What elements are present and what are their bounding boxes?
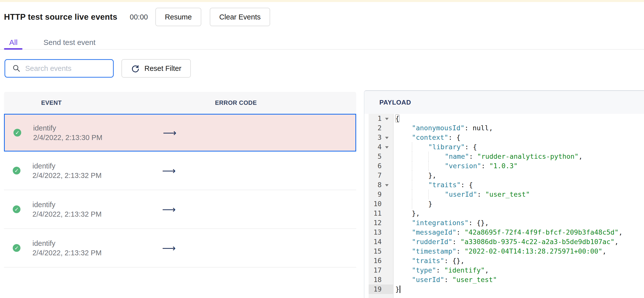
fold-arrow-icon[interactable] [385,184,388,186]
json-punctuation: , [578,152,582,160]
line-number: 9 [369,190,393,199]
line-number: 16 [369,256,393,265]
code-line: "messageId": "42a8695f-72f4-4f9f-bfcf-20… [394,228,644,237]
table-header: EVENT ERROR CODE [4,92,356,114]
json-key: "integrations" [412,219,469,227]
table-body: ✓identify2/4/2022, 2:13:30 PM⟶✓identify2… [4,114,356,267]
fold-arrow-icon[interactable] [385,118,388,120]
clear-events-button[interactable]: Clear Events [210,8,270,26]
line-number: 17 [369,265,393,275]
json-punctuation: : { [448,134,460,141]
json-string: "a33086db-9375-4c22-a2a3-b5de9db107ac" [460,238,614,246]
code-line: "traits": { [394,180,644,190]
json-string: "42a8695f-72f4-4f9f-bfcf-209b3fa48c5d" [464,228,618,236]
code-line: "rudderId": "a33086db-9375-4c22-a2a3-b5d… [394,237,644,247]
line-number: 14 [369,237,393,247]
json-punctuation: , [618,228,622,236]
code-line: "context": { [394,133,644,142]
error-code-arrow-icon: ⟶ [162,243,176,253]
json-key: "userId" [445,190,477,198]
event-row[interactable]: ✓identify2/4/2022, 2:13:30 PM⟶ [4,114,356,151]
json-key: "traits" [412,257,444,264]
search-input[interactable] [25,64,108,73]
json-punctuation: : {}, [444,257,464,264]
line-number: 5 [369,152,393,161]
indent-guide [428,152,429,161]
success-check-icon: ✓ [13,244,20,252]
event-type: identify [32,161,102,171]
json-string: "rudder-analytics-python" [477,152,578,160]
json-punctuation: }, [412,209,420,217]
line-number: 11 [369,209,393,218]
payload-title: PAYLOAD [379,99,411,106]
active-tab-indicator [4,48,22,50]
json-punctuation: : { [461,181,473,189]
error-code-arrow-icon: ⟶ [162,165,176,176]
event-row-text: identify2/4/2022, 2:13:32 PM [32,200,102,219]
json-key: "messageId" [412,228,456,236]
event-row[interactable]: ✓identify2/4/2022, 2:13:32 PM⟶ [4,190,356,229]
line-number: 8 [369,180,393,190]
json-punctuation: : [452,238,461,246]
filter-toolbar: Reset Filter [4,59,191,78]
event-row[interactable]: ✓identify2/4/2022, 2:13:32 PM⟶ [4,151,356,190]
tab-bar: All Send test event [4,36,96,50]
code-line: "traits": {}, [394,256,644,265]
json-punctuation: : [436,266,444,274]
tab-send-test-event[interactable]: Send test event [44,36,95,50]
fold-arrow-icon[interactable] [385,137,388,139]
json-punctuation: : { [465,143,477,151]
top-accent-strip [0,0,644,2]
editor-gutter: 12345678910111213141516171819 [369,114,394,298]
json-key: "version" [445,162,481,170]
text-cursor [400,285,400,293]
json-string: "identify" [444,266,485,274]
error-code-arrow-icon: ⟶ [162,204,176,215]
json-punctuation: } [395,285,399,293]
event-row[interactable]: ✓identify2/4/2022, 2:13:32 PM⟶ [4,229,356,267]
reset-filter-button[interactable]: Reset Filter [122,59,191,78]
line-number: 7 [369,171,393,180]
json-punctuation: : [456,247,465,255]
fold-arrow-icon[interactable] [385,146,388,149]
event-type: identify [32,200,102,209]
json-key: "name" [445,152,469,160]
line-number: 15 [369,247,393,256]
indent-guide [428,161,429,171]
json-string: "user_test" [452,276,497,283]
code-line: }, [394,171,644,180]
json-key: "type" [412,266,436,274]
json-punctuation: : [456,228,465,236]
payload-code-editor[interactable]: 12345678910111213141516171819 {"anonymou… [364,114,644,298]
json-punctuation: : {}, [469,219,489,227]
code-line: "userId": "user_test" [394,275,644,284]
event-row-text: identify2/4/2022, 2:13:30 PM [33,123,102,142]
json-null: null [473,124,489,132]
line-number: 6 [369,161,393,171]
event-timestamp: 2/4/2022, 2:13:32 PM [32,248,102,257]
event-type: identify [33,123,102,133]
json-punctuation: : [464,124,473,132]
line-number: 4 [369,142,393,152]
editor-code[interactable]: {"anonymousId": null,"context": {"librar… [394,114,644,298]
json-punctuation: : [469,152,478,160]
line-number: 1 [369,114,393,123]
json-key: "library" [428,143,465,151]
indent-guide [412,171,412,180]
json-key: "rudderId" [412,238,452,246]
json-key: "timestamp" [412,247,456,255]
live-events-table: EVENT ERROR CODE ✓identify2/4/2022, 2:13… [4,92,356,267]
json-punctuation: , [602,247,606,255]
event-timestamp: 2/4/2022, 2:13:32 PM [32,209,102,219]
success-check-icon: ✓ [13,205,20,213]
indent-guide [412,142,412,152]
resume-button[interactable]: Resume [156,8,201,26]
tab-all[interactable]: All [4,36,23,50]
json-punctuation: : [477,190,485,198]
line-number: 12 [369,218,393,228]
event-type: identify [32,239,102,248]
code-line: "userId": "user_test" [394,190,644,199]
search-box[interactable] [4,59,114,78]
search-icon [12,64,21,73]
code-line: } [394,199,644,209]
